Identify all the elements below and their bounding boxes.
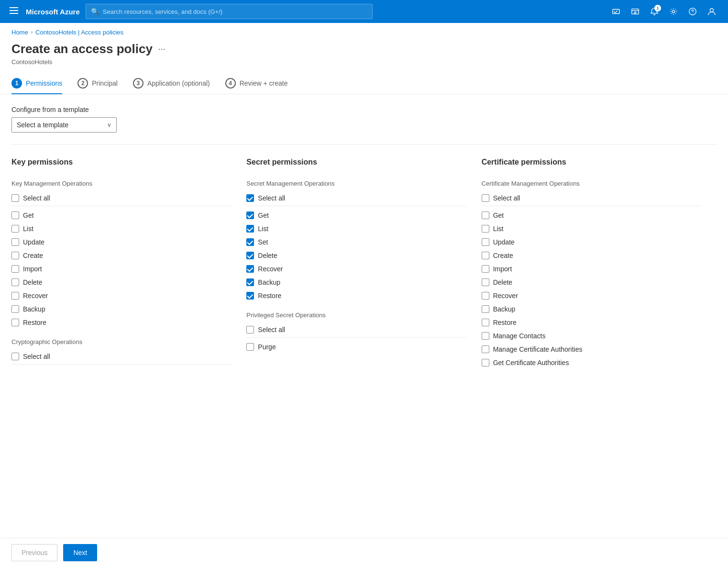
tab-4-circle: 4 xyxy=(225,78,236,89)
cert-delete-checkbox[interactable] xyxy=(482,278,489,286)
list-item: Restore xyxy=(482,316,701,329)
secret-mgmt-ops-title: Secret Management Operations xyxy=(246,180,466,187)
key-delete-checkbox[interactable] xyxy=(11,278,19,286)
list-item: List xyxy=(11,222,231,235)
cert-permissions-title: Certificate permissions xyxy=(482,158,701,170)
cert-list-checkbox[interactable] xyxy=(482,225,489,233)
secret-select-all-item: Select all xyxy=(246,192,466,206)
key-update-checkbox[interactable] xyxy=(11,238,19,246)
notifications-icon[interactable]: 1 xyxy=(646,3,663,20)
crypto-select-all-checkbox[interactable] xyxy=(11,353,19,360)
cert-get-ca-checkbox[interactable] xyxy=(482,359,489,367)
svg-point-5 xyxy=(634,12,636,14)
secret-recover-checkbox[interactable] xyxy=(246,265,254,273)
tab-review-create-label: Review + create xyxy=(240,79,288,87)
cert-get-checkbox[interactable] xyxy=(482,211,489,219)
tab-review-create[interactable]: 4 Review + create xyxy=(225,73,288,94)
list-item: Recover xyxy=(482,289,701,302)
tab-3-circle: 3 xyxy=(133,78,143,89)
svg-rect-1 xyxy=(10,10,18,11)
cert-select-all-checkbox[interactable] xyxy=(482,194,489,202)
key-permissions-title: Key permissions xyxy=(11,158,231,170)
page-menu-icon[interactable]: ··· xyxy=(158,44,165,54)
secret-list-checkbox[interactable] xyxy=(246,225,254,233)
svg-point-8 xyxy=(710,9,713,12)
list-item: Set xyxy=(246,236,466,248)
key-backup-checkbox[interactable] xyxy=(11,305,19,313)
tab-principal[interactable]: 2 Principal xyxy=(77,73,118,94)
crypto-select-all-item: Select all xyxy=(11,350,231,365)
key-select-all-checkbox[interactable] xyxy=(11,194,19,202)
key-create-checkbox[interactable] xyxy=(11,252,19,259)
template-dropdown[interactable]: Select a template ∨ xyxy=(11,117,117,133)
tabs-container: 1 Permissions 2 Principal 3 Application … xyxy=(0,73,728,94)
list-item: Restore xyxy=(246,289,466,302)
list-item: Get xyxy=(246,209,466,222)
key-select-all-item: Select all xyxy=(11,192,231,206)
list-item: Create xyxy=(11,249,231,262)
cert-create-checkbox[interactable] xyxy=(482,252,489,259)
list-item: Get Certificate Authorities xyxy=(482,356,701,369)
secret-restore-checkbox[interactable] xyxy=(246,292,254,300)
breadcrumb-home[interactable]: Home xyxy=(11,29,28,36)
priv-secret-select-all-checkbox[interactable] xyxy=(246,326,254,334)
account-icon[interactable] xyxy=(703,3,720,20)
list-item: Backup xyxy=(482,303,701,315)
svg-rect-2 xyxy=(10,13,18,14)
key-get-checkbox[interactable] xyxy=(11,211,19,219)
secret-permissions-title: Secret permissions xyxy=(246,158,466,170)
list-item: Delete xyxy=(246,249,466,262)
cert-manage-contacts-checkbox[interactable] xyxy=(482,332,489,340)
secret-select-all-checkbox[interactable] xyxy=(246,194,254,202)
list-item: Update xyxy=(482,236,701,248)
cert-import-checkbox[interactable] xyxy=(482,265,489,273)
cert-select-all-item: Select all xyxy=(482,192,701,206)
list-item: Delete xyxy=(11,276,231,289)
crypto-ops-title: Cryptographic Operations xyxy=(11,338,231,345)
page-title: Create an access policy xyxy=(11,42,153,56)
tab-permissions[interactable]: 1 Permissions xyxy=(11,73,62,94)
list-item: Backup xyxy=(246,276,466,289)
notification-badge: 1 xyxy=(654,5,661,11)
tab-application[interactable]: 3 Application (optional) xyxy=(133,73,210,94)
cloud-shell-icon[interactable] xyxy=(607,3,625,20)
settings-icon[interactable] xyxy=(665,3,682,20)
key-import-checkbox[interactable] xyxy=(11,265,19,273)
secret-delete-checkbox[interactable] xyxy=(246,252,254,259)
key-list-checkbox[interactable] xyxy=(11,225,19,233)
list-item: List xyxy=(246,222,466,235)
hamburger-menu[interactable] xyxy=(8,4,20,19)
list-item: Manage Contacts xyxy=(482,330,701,342)
breadcrumb-access-policies[interactable]: ContosoHotels | Access policies xyxy=(35,29,123,36)
certificate-permissions-column: Certificate permissions Certificate Mana… xyxy=(482,158,717,369)
directory-icon[interactable] xyxy=(627,3,644,20)
list-item: Recover xyxy=(11,289,231,302)
chevron-down-icon: ∨ xyxy=(107,122,111,128)
cert-restore-checkbox[interactable] xyxy=(482,319,489,326)
tab-application-label: Application (optional) xyxy=(147,79,210,87)
key-restore-checkbox[interactable] xyxy=(11,319,19,326)
secret-backup-checkbox[interactable] xyxy=(246,278,254,286)
divider xyxy=(11,144,717,145)
list-item: Manage Certificate Authorities xyxy=(482,343,701,356)
cert-update-checkbox[interactable] xyxy=(482,238,489,246)
cert-mgmt-ops-title: Certificate Management Operations xyxy=(482,180,701,187)
svg-rect-0 xyxy=(10,7,18,8)
priv-secret-select-all-item: Select all xyxy=(246,323,466,338)
breadcrumb: Home › ContosoHotels | Access policies xyxy=(0,23,728,36)
secret-purge-checkbox[interactable] xyxy=(246,343,254,351)
secret-set-checkbox[interactable] xyxy=(246,238,254,246)
list-item: Import xyxy=(482,263,701,275)
list-item: Restore xyxy=(11,316,231,329)
search-input[interactable] xyxy=(103,8,367,15)
help-icon[interactable] xyxy=(684,3,701,20)
azure-logo: Microsoft Azure xyxy=(26,8,80,16)
search-icon: 🔍 xyxy=(91,8,99,15)
svg-rect-4 xyxy=(632,9,639,14)
tab-permissions-label: Permissions xyxy=(26,79,62,87)
key-recover-checkbox[interactable] xyxy=(11,292,19,300)
cert-recover-checkbox[interactable] xyxy=(482,292,489,300)
secret-get-checkbox[interactable] xyxy=(246,211,254,219)
cert-backup-checkbox[interactable] xyxy=(482,305,489,313)
cert-manage-ca-checkbox[interactable] xyxy=(482,345,489,353)
